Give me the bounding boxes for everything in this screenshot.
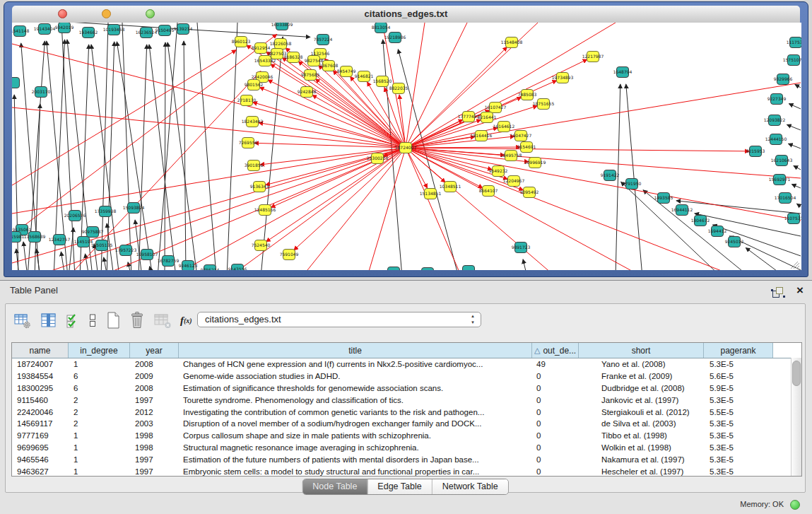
graph-node[interactable]: 90975887 xyxy=(82,227,104,238)
graph-node[interactable]: 12204967 xyxy=(503,176,525,187)
graph-node[interactable]: 8791950 xyxy=(623,179,642,189)
tab-network-table[interactable]: Network Table xyxy=(432,479,508,494)
graph-node[interactable]: 9143556 xyxy=(228,264,247,271)
graph-node[interactable]: 17957223 xyxy=(115,245,137,256)
table-row[interactable]: 2242004622012Investigating the contribut… xyxy=(12,406,801,418)
graph-node[interactable]: 9136343 xyxy=(250,182,269,192)
graph-node[interactable]: 1145194 xyxy=(74,237,93,247)
graph-node[interactable]: 8822035 xyxy=(389,83,408,94)
memory-status-icon[interactable] xyxy=(790,500,800,510)
graph-node[interactable]: 3216441 xyxy=(478,112,497,123)
graph-node[interactable]: 3901856 xyxy=(245,160,264,171)
graph-node[interactable]: 11548408 xyxy=(501,37,523,48)
table-row[interactable]: 1830029562008Estimation of significance … xyxy=(12,382,801,395)
graph-node[interactable]: 9875685 xyxy=(301,70,320,81)
delete-icon[interactable] xyxy=(129,311,145,329)
graph-node[interactable]: 1117532 xyxy=(787,37,801,48)
import-table-icon[interactable] xyxy=(153,311,172,329)
graph-node[interactable] xyxy=(422,268,434,271)
column-header-in_degree[interactable]: in_degree xyxy=(69,343,130,358)
table-row[interactable]: 977716911998Corpus callosum shape and si… xyxy=(12,430,801,442)
table-row[interactable]: 946554611997Estimation of the future num… xyxy=(12,453,801,465)
table-row[interactable]: 1872400712008Changes of HCN gene express… xyxy=(12,358,801,370)
graph-node[interactable]: 9246123 xyxy=(179,261,198,271)
graph-node[interactable]: 16210643 xyxy=(771,156,793,166)
graph-node[interactable] xyxy=(463,266,475,271)
graph-node[interactable]: 18226058 xyxy=(270,39,292,49)
graph-node[interactable]: 10193458 xyxy=(103,25,125,35)
graph-node[interactable]: 1694412 xyxy=(708,226,727,237)
graph-node[interactable]: 18751655 xyxy=(533,99,555,110)
graph-node[interactable]: 7269556 xyxy=(239,138,258,148)
graph-node[interactable]: 9356214 xyxy=(201,265,220,271)
graph-node[interactable]: 9154691 xyxy=(517,142,536,153)
graph-node[interactable] xyxy=(12,78,20,88)
graph-node[interactable]: 9150495 xyxy=(155,25,175,36)
graph-node[interactable]: 9245012 xyxy=(725,237,744,247)
graph-node[interactable]: 9329966 xyxy=(774,74,793,85)
function-builder-icon[interactable]: f(x) xyxy=(180,311,192,329)
graph-node[interactable]: 9549232 xyxy=(489,166,508,177)
graph-node[interactable]: 9146821 xyxy=(355,71,374,82)
graph-node[interactable]: 18164416 xyxy=(471,131,493,141)
new-file-icon[interactable] xyxy=(105,311,121,329)
graph-node[interactable]: 16033809 xyxy=(271,23,293,30)
graph-node[interactable]: 19218986 xyxy=(384,33,406,43)
graph-node[interactable]: 8960123 xyxy=(232,37,251,47)
table-scrollbar[interactable] xyxy=(791,358,801,476)
window-titlebar[interactable]: citations_edges.txt xyxy=(12,6,800,23)
graph-node[interactable]: 1934662 xyxy=(79,28,98,38)
column-header-year[interactable]: year xyxy=(130,343,179,358)
rows-icon[interactable] xyxy=(88,311,97,329)
column-header-name[interactable]: name xyxy=(12,343,69,358)
graph-node[interactable]: 8813054 xyxy=(372,23,391,33)
graph-node[interactable]: 8215953 xyxy=(746,146,765,157)
graph-node[interactable]: 9095492 xyxy=(520,187,539,198)
network-canvas[interactable]: 1541148191434049342019193466210193458162… xyxy=(12,23,801,270)
table-options-icon[interactable] xyxy=(13,311,31,329)
graph-node[interactable]: 7591049 xyxy=(280,250,299,260)
graph-node[interactable]: 10996919 xyxy=(524,158,546,168)
column-header-title[interactable]: title xyxy=(179,343,532,358)
select-columns-icon[interactable] xyxy=(66,311,80,329)
graph-node[interactable]: 12342757 xyxy=(49,235,71,245)
table-row[interactable]: 911546021997Tourette syndrome. Phenomeno… xyxy=(12,394,801,406)
graph-node[interactable]: 15134851 xyxy=(420,189,442,199)
graph-node[interactable]: 12444150 xyxy=(765,134,787,145)
graph-node[interactable]: 1541148 xyxy=(12,26,30,37)
table-scrollbar-thumb[interactable] xyxy=(792,361,801,386)
graph-node[interactable]: 16782759 xyxy=(158,256,180,267)
show-columns-icon[interactable] xyxy=(40,311,57,329)
graph-node[interactable]: 17016504 xyxy=(775,193,796,204)
graph-node[interactable]: 16944112 xyxy=(671,205,693,216)
graph-node[interactable]: 19143404 xyxy=(34,24,56,35)
graph-node[interactable]: 7485083 xyxy=(518,90,537,100)
graph-node[interactable]: 9227349 xyxy=(767,94,787,105)
graph-node[interactable]: 9342019 xyxy=(55,23,74,33)
table-row[interactable]: 946362711997Embryonic stem cells: a mode… xyxy=(12,465,801,477)
graph-node[interactable]: 9191422 xyxy=(601,170,620,181)
graph-node[interactable]: 7857224 xyxy=(314,35,333,45)
tab-edge-table[interactable]: Edge Table xyxy=(367,479,431,494)
graph-node[interactable]: 16047427 xyxy=(510,131,532,141)
table-source-dropdown[interactable]: citations_edges.txt ▲▼ xyxy=(197,312,481,327)
float-panel-icon[interactable] xyxy=(772,287,784,297)
graph-node[interactable]: 1804672 xyxy=(691,216,710,226)
column-header-pagerank[interactable]: pagerank xyxy=(704,343,773,358)
column-header-out_degree[interactable]: △out_de... xyxy=(532,343,579,358)
graph-node[interactable]: 1648794 xyxy=(613,67,632,78)
close-panel-icon[interactable]: × xyxy=(796,284,804,298)
graph-node[interactable]: 18243442 xyxy=(242,117,264,127)
graph-node[interactable]: 9891723 xyxy=(512,243,531,253)
graph-node[interactable]: 10348511 xyxy=(440,182,461,192)
graph-node[interactable]: 2003170 xyxy=(32,87,51,98)
resize-grip-icon[interactable] xyxy=(791,262,799,269)
table-row[interactable]: 1456911722003Disruption of a novel membe… xyxy=(12,418,801,430)
table-row[interactable]: 1938455462009Genome-wide association stu… xyxy=(12,370,801,382)
tab-node-table[interactable]: Node Table xyxy=(302,479,367,494)
graph-node[interactable] xyxy=(388,267,400,271)
column-header-short[interactable]: short xyxy=(579,343,704,358)
graph-node[interactable]: 1107531 xyxy=(784,214,801,224)
table-row[interactable]: 969969511998Structural magnetic resonanc… xyxy=(12,442,801,454)
graph-node[interactable]: 16236524 xyxy=(136,28,158,38)
